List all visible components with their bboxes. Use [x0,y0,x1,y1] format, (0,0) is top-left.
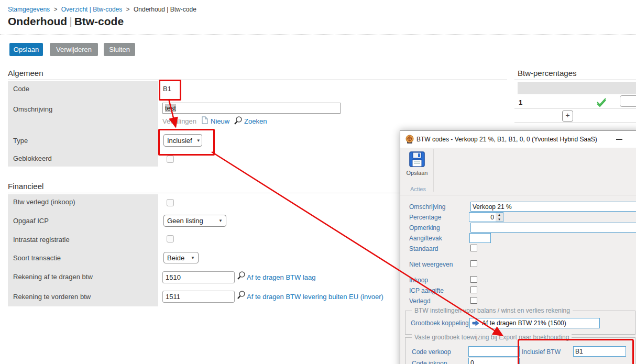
breadcrumb: Stamgegevens > Overzicht | Btw-codes > O… [8,6,196,13]
grootboek-koppeling-field[interactable]: Af te dragen BTW 21% (1500) [469,318,600,328]
section-algemeen-heading: Algemeen [8,69,43,78]
breadcrumb-stamgegevens[interactable]: Stamgegevens [8,6,50,13]
grootboek-koppeling-value: Af te dragen BTW 21% (1500) [482,319,566,327]
breadcrumb-separator: > [126,6,130,13]
rekening-af-te-dragen-label: Rekening af te dragen btw [13,273,93,281]
grootboek-koppeling-label: Grootboek koppeling [411,319,469,327]
intrastat-checkbox[interactable] [167,235,174,242]
dialog-titlebar[interactable]: BTW codes - Verkoop 21 %, B1, B1, 0, 0 (… [400,131,636,148]
breadcrumb-overzicht-btw-codes[interactable]: Overzicht | Btw-codes [61,6,122,13]
dlg-inkoop-checkbox[interactable] [470,276,477,283]
financieel-label-column [8,194,158,306]
title-divider [0,35,636,35]
btw-percentages-heading: Btw-percentages [518,69,577,78]
code-verkoop-label: Code verkoop [412,348,451,356]
dialog-save-label[interactable]: Opslaan [404,170,430,176]
add-percentage-button[interactable]: + [562,111,573,122]
btw-percentage-row-value: 1 [519,98,522,106]
toolbar-separator [433,149,434,192]
page: Stamgegevens > Overzicht | Btw-codes > O… [0,0,636,364]
dlg-aangiftevak-input[interactable] [469,233,491,243]
page-title-pipe: | [67,15,74,27]
percentage-spinner[interactable]: ▲ ▼ [496,212,503,222]
algemeen-label-column [8,81,158,167]
page-title: Onderhoud|Btw-code [8,15,124,28]
breadcrumb-separator: > [53,6,57,13]
rekening-te-vorderen-label: Rekening te vorderen btw [13,293,91,301]
row-divider [514,122,636,123]
rekening-af-account-link[interactable]: Af te dragen BTW laag [247,273,316,281]
section-algemeen-rule [8,80,507,80]
app-icon [405,135,414,144]
btw-codes-dialog: BTW codes - Verkoop 21 %, B1, B1, 0, 0 (… [400,130,636,364]
nieuw-link[interactable]: Nieuw [211,117,229,125]
btw-percentages-table-header [518,82,636,94]
dlg-icp-aangifte-checkbox[interactable] [470,286,477,293]
type-select[interactable]: Inclusief [163,134,202,147]
vertalingen-label: Vertalingen [162,117,196,125]
soort-transactie-select[interactable]: Beide [163,252,199,263]
dlg-verlegd-label: Verlegd [409,297,431,305]
section-financieel-heading: Financieel [8,182,43,191]
code-verkoop-input[interactable] [468,346,520,357]
dlg-omschrijving-label: Omschrijving [409,203,445,211]
code-inkoop-label: Code inkoop [412,360,447,364]
dlg-verlegd-checkbox[interactable] [470,297,477,304]
page-title-sub: Btw-code [74,15,124,27]
dlg-aangiftevak-label: Aangiftevak [409,235,442,242]
omschrijving-label: Omschrijving [13,105,52,114]
vaste-grootboek-legend: Vaste grootboek toewijzing bij Export na… [412,334,572,341]
inclusief-btw-input[interactable] [573,346,626,357]
dlg-percentage-input[interactable] [469,212,496,222]
breadcrumb-current: Onderhoud | Btw-code [134,6,196,13]
btw-verlegd-label: Btw verlegd (inkoop) [13,198,75,206]
zoeken-link[interactable]: Zoeken [244,117,267,125]
dlg-opmerking-input[interactable] [470,223,636,233]
dlg-standaard-label: Standaard [409,245,438,252]
inclusief-btw-label: Inclusief BTW [522,348,561,356]
dlg-omschrijving-input[interactable] [470,202,636,212]
acties-group-label: Acties [410,186,426,192]
valid-check-icon [595,96,608,108]
type-select-value: Inclusief [167,137,192,145]
btw-verlegd-checkbox[interactable] [167,199,174,206]
geblokkeerd-checkbox[interactable] [167,156,174,163]
page-title-main: Onderhoud [8,15,67,27]
rekening-af-te-dragen-input[interactable] [162,271,235,283]
dlg-standaard-checkbox[interactable] [470,245,477,251]
code-label: Code [13,85,29,93]
dlg-percentage-label: Percentage [409,214,441,221]
delete-button[interactable]: Verwijderen [50,43,98,56]
spinner-up-icon[interactable]: ▲ [496,213,503,217]
opgaaf-icp-select-value: Geen listing [167,217,203,225]
rekening-af-search-icon[interactable] [237,271,246,280]
row-divider [514,108,636,109]
dlg-opmerking-label: Opmerking [409,224,440,231]
btw-percentage-input[interactable] [620,95,636,107]
rekening-te-search-icon[interactable] [237,290,246,300]
soort-transactie-label: Soort transactie [13,254,61,262]
code-inkoop-input[interactable] [468,358,520,364]
zoeken-search-icon [234,116,243,125]
dialog-toolbar: Opslaan Acties [400,148,636,195]
new-document-icon [202,116,208,124]
dlg-niet-weergeven-checkbox[interactable] [470,260,477,267]
save-button[interactable]: Opslaan [9,43,43,56]
minimize-button[interactable] [616,139,622,140]
soort-transactie-select-value: Beide [167,254,184,262]
rekening-te-vorderen-input[interactable] [162,291,235,303]
btw-instellingen-legend: BTW instellingen voor balans / winst en … [412,307,573,314]
intrastat-label: Intrastat registratie [13,236,70,244]
type-label: Type [13,137,28,145]
dlg-icp-aangifte-label: ICP aangifte [409,287,444,294]
close-button[interactable]: Sluiten [104,43,135,56]
dlg-niet-weergeven-label: Niet weergeven [409,261,453,268]
rekening-te-account-link[interactable]: Af te dragen BTW levering buiten EU (inv… [247,293,383,301]
opgaaf-icp-select[interactable]: Geen listing [163,215,226,227]
link-arrow-icon [472,320,479,326]
spinner-down-icon[interactable]: ▼ [496,217,503,222]
opgaaf-icp-label: Opgaaf ICP [13,217,49,225]
dlg-inkoop-label: Inkoop [409,277,428,284]
save-floppy-icon[interactable] [409,151,425,168]
omschrijving-input[interactable]: test [162,103,341,114]
